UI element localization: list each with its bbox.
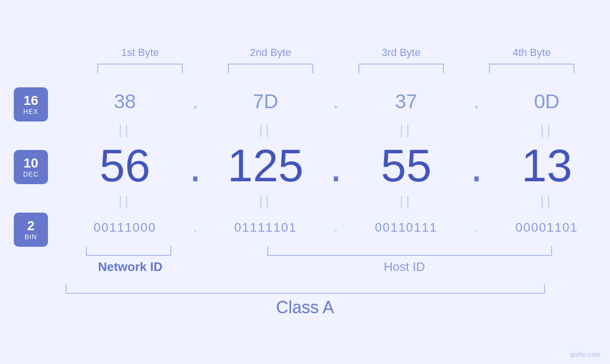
bracket-top-shape-2 xyxy=(228,64,313,73)
main-container: 1st Byte 2nd Byte 3rd Byte 4th Byte 16 H… xyxy=(0,0,610,364)
equals-1-4: || xyxy=(484,122,610,138)
equals-2-2: || xyxy=(202,194,328,209)
dec-value-3: 55 xyxy=(343,143,469,188)
byte-header-1: 1st Byte xyxy=(75,47,206,59)
bin-value-3: 00110111 xyxy=(343,220,469,235)
equals-2-1: || xyxy=(62,194,188,209)
dec-value-1: 56 xyxy=(62,143,188,188)
dot-dec-3: . xyxy=(469,140,484,192)
host-id-label: Host ID xyxy=(199,260,610,279)
dec-value-4: 13 xyxy=(484,143,610,188)
top-brackets-row xyxy=(75,64,597,73)
hex-value-1: 38 xyxy=(62,90,188,113)
watermark: ipshu.com xyxy=(570,351,601,358)
hex-badge: 16 HEX xyxy=(14,87,48,121)
dot-hex-2: . xyxy=(329,90,343,113)
top-bracket-4 xyxy=(467,64,597,73)
equals-1-2: || xyxy=(202,122,328,138)
hex-badge-number: 16 xyxy=(23,93,38,108)
class-label: Class A xyxy=(276,298,334,317)
byte-header-3: 3rd Byte xyxy=(336,47,467,59)
byte-header-4: 4th Byte xyxy=(467,47,597,59)
top-bracket-3 xyxy=(336,64,467,73)
bracket-top-shape-3 xyxy=(358,64,444,73)
id-labels-row: Network ID Host ID xyxy=(62,260,610,279)
equals-row-1: || || || || xyxy=(62,121,610,140)
dot-dec-2: . xyxy=(329,140,343,192)
dot-bin-3: . xyxy=(469,220,484,235)
hex-value-2: 7D xyxy=(202,90,328,113)
bottom-bracket-network xyxy=(62,246,195,256)
dot-hex-1: . xyxy=(188,90,202,113)
equals-2-4: || xyxy=(484,194,610,209)
network-id-label: Network ID xyxy=(62,260,199,279)
hex-badge-label: HEX xyxy=(23,108,38,115)
bin-value-1: 00111000 xyxy=(62,220,188,235)
bin-value-4: 00001101 xyxy=(484,220,610,235)
byte-header-2: 2nd Byte xyxy=(206,47,336,59)
dot-bin-2: . xyxy=(329,220,343,235)
hex-value-4: 0D xyxy=(484,90,610,113)
big-bracket-row xyxy=(0,284,610,294)
hex-row: 38 . 7D . 37 . 0D xyxy=(62,83,610,121)
bracket-top-shape-1 xyxy=(97,64,183,73)
dec-row: 56 . 125 . 55 . 13 xyxy=(62,140,610,192)
label-column: 16 HEX 10 DEC 2 BIN xyxy=(0,83,62,247)
dot-hex-3: . xyxy=(469,90,484,113)
bottom-bracket-host xyxy=(209,246,610,256)
bin-badge: 2 BIN xyxy=(14,213,48,247)
equals-2-3: || xyxy=(343,194,469,209)
bracket-bottom-network-shape xyxy=(86,246,171,256)
equals-1-3: || xyxy=(343,122,469,138)
top-bracket-1 xyxy=(75,64,206,73)
byte-headers-row: 1st Byte 2nd Byte 3rd Byte 4th Byte xyxy=(75,47,597,59)
bin-row: 00111000 . 01111101 . 00110111 . 0000110… xyxy=(62,211,610,244)
hex-value-3: 37 xyxy=(343,90,469,113)
dot-bin-1: . xyxy=(188,220,202,235)
dec-badge-label: DEC xyxy=(23,170,39,178)
bracket-bottom-host-shape xyxy=(267,246,552,256)
content-area: 16 HEX 10 DEC 2 BIN 38 . 7D . 37 . 0D xyxy=(0,83,610,279)
bracket-top-shape-4 xyxy=(489,64,574,73)
equals-1-1: || xyxy=(62,122,188,138)
dec-badge: 10 DEC xyxy=(14,150,48,184)
dot-dec-1: . xyxy=(188,140,202,192)
top-bracket-2 xyxy=(206,64,336,73)
bottom-brackets-row xyxy=(62,246,610,256)
bracket-dot-spacer xyxy=(195,246,209,256)
dec-value-2: 125 xyxy=(202,143,328,188)
bin-badge-label: BIN xyxy=(25,233,37,241)
dec-badge-number: 10 xyxy=(23,156,38,171)
bin-badge-number: 2 xyxy=(27,219,35,233)
data-grid: 38 . 7D . 37 . 0D || || || || 56 xyxy=(62,83,610,279)
equals-row-2: || || || || xyxy=(62,192,610,211)
class-row: Class A xyxy=(0,298,610,317)
bin-value-2: 01111101 xyxy=(202,220,328,235)
bracket-big-shape xyxy=(66,284,545,294)
